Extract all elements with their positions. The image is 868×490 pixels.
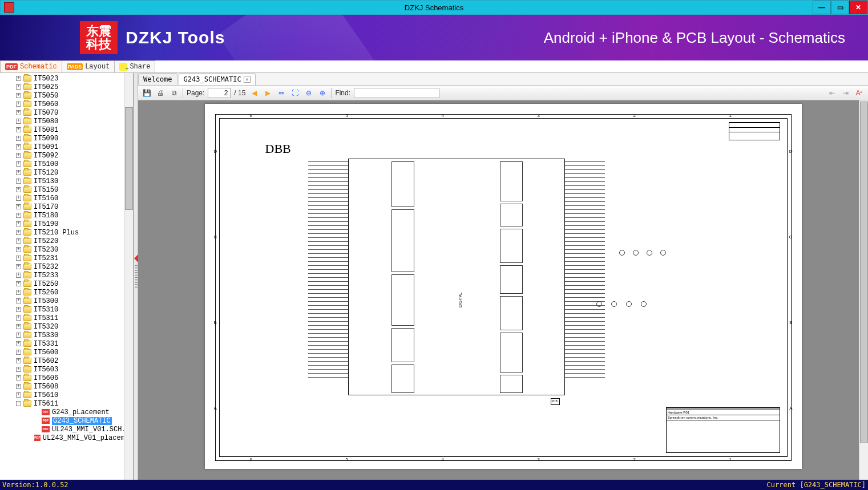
expand-icon[interactable]: + — [16, 333, 21, 338]
tree-folder[interactable]: +IT5160 — [0, 194, 133, 203]
tree-folder[interactable]: +IT5610 — [0, 391, 133, 399]
fit-page-icon[interactable]: ⛶ — [290, 88, 300, 98]
tree-folder[interactable]: +IT5231 — [0, 254, 133, 262]
expand-icon[interactable]: + — [16, 230, 21, 235]
tree-folder[interactable]: +IT5260 — [0, 288, 133, 297]
tree-folder[interactable]: +IT5170 — [0, 203, 133, 211]
expand-icon[interactable]: + — [16, 221, 21, 226]
find-next-icon[interactable]: ⇥ — [841, 88, 851, 98]
expand-icon[interactable]: + — [16, 350, 21, 355]
expand-icon[interactable]: + — [16, 84, 21, 90]
close-button[interactable]: ✕ — [849, 1, 867, 14]
close-tab-icon[interactable]: × — [244, 76, 251, 83]
tree-folder[interactable]: +IT5070 — [0, 108, 133, 117]
tree-folder[interactable]: +IT5092 — [0, 151, 133, 160]
splitter-handle[interactable] — [134, 73, 138, 480]
tree-folder[interactable]: +IT5023 — [0, 74, 133, 83]
tree-file[interactable]: PDFG243_pLacement — [0, 408, 133, 416]
doc-tab[interactable]: Welcome — [138, 73, 177, 85]
doc-tab[interactable]: G243_SCHEMATIC× — [179, 73, 256, 85]
mode-tab-share[interactable]: Share — [114, 60, 155, 72]
expand-icon[interactable]: + — [16, 273, 21, 278]
tree-folder[interactable]: +IT5250 — [0, 280, 133, 288]
minimize-button[interactable]: — — [813, 1, 831, 14]
expand-icon[interactable]: + — [16, 384, 21, 389]
expand-icon[interactable]: + — [16, 290, 21, 295]
tree-folder[interactable]: +IT5300 — [0, 297, 133, 305]
expand-icon[interactable]: + — [16, 93, 21, 98]
expand-icon[interactable]: + — [16, 110, 21, 115]
expand-icon[interactable]: + — [16, 281, 21, 286]
expand-icon[interactable]: + — [16, 367, 21, 372]
expand-icon[interactable]: + — [16, 76, 21, 81]
expand-icon[interactable]: + — [16, 238, 21, 244]
pdf-viewer[interactable]: 665544332211 DDCCBBAA DBB — [138, 100, 868, 480]
mode-tab-layout[interactable]: PADSLayout — [62, 60, 115, 72]
tree-folder[interactable]: +IT5230 — [0, 245, 133, 254]
expand-icon[interactable]: - — [16, 401, 21, 406]
tree-folder[interactable]: +IT5091 — [0, 143, 133, 151]
tree-folder[interactable]: +IT5220 — [0, 237, 133, 245]
expand-icon[interactable]: + — [16, 144, 21, 149]
expand-icon[interactable]: + — [16, 264, 21, 269]
tree-folder[interactable]: +IT5080 — [0, 117, 133, 125]
tree-folder[interactable]: +IT5050 — [0, 91, 133, 100]
highlight-icon[interactable]: Aᵃ — [854, 88, 865, 98]
tree-folder[interactable]: +IT5608 — [0, 382, 133, 391]
expand-icon[interactable]: + — [16, 119, 21, 124]
tree-folder[interactable]: +IT5090 — [0, 134, 133, 143]
expand-icon[interactable]: + — [16, 127, 21, 132]
print-icon[interactable]: 🖨 — [155, 88, 165, 98]
expand-icon[interactable]: + — [16, 315, 21, 321]
expand-icon[interactable]: + — [16, 247, 21, 252]
tree-folder[interactable]: +IT5331 — [0, 339, 133, 348]
fit-width-icon[interactable]: ⇔ — [276, 88, 286, 98]
expand-icon[interactable]: + — [16, 136, 21, 141]
tree-folder[interactable]: +IT5100 — [0, 160, 133, 168]
copy-icon[interactable]: ⧉ — [169, 88, 179, 98]
maximize-button[interactable]: ▭ — [831, 1, 849, 14]
tree-folder[interactable]: +IT5320 — [0, 322, 133, 331]
zoom-in-icon[interactable]: ⊕ — [317, 88, 328, 98]
expand-icon[interactable]: + — [16, 341, 21, 346]
expand-icon[interactable]: + — [16, 324, 21, 329]
save-icon[interactable]: 💾 — [142, 88, 152, 98]
tree-folder[interactable]: +IT5602 — [0, 357, 133, 365]
expand-icon[interactable]: + — [16, 307, 21, 312]
viewer-scrollbar[interactable] — [859, 100, 868, 480]
mode-tab-schematic[interactable]: PDFSchematic — [0, 60, 62, 72]
expand-icon[interactable]: + — [16, 256, 21, 261]
expand-icon[interactable]: + — [16, 179, 21, 184]
find-prev-icon[interactable]: ⇤ — [827, 88, 837, 98]
tree-file[interactable]: PDFUL243_MMI_V01.SCH.1 — [0, 425, 133, 434]
expand-icon[interactable]: + — [16, 196, 21, 201]
tree-file[interactable]: PDFG243_SCHEMATIC — [0, 416, 133, 425]
page-input[interactable] — [208, 88, 231, 98]
tree-folder[interactable]: +IT5210 Plus — [0, 228, 133, 237]
zoom-out-icon[interactable]: ⊖ — [304, 88, 314, 98]
tree-folder[interactable]: -IT5611 — [0, 399, 133, 408]
tree-folder[interactable]: +IT5311 — [0, 314, 133, 322]
tree-folder[interactable]: +IT5025 — [0, 83, 133, 91]
file-tree[interactable]: +IT5023+IT5025+IT5050+IT5060+IT5070+IT50… — [0, 73, 133, 480]
tree-folder[interactable]: +IT5310 — [0, 305, 133, 314]
expand-icon[interactable]: + — [16, 213, 21, 218]
expand-icon[interactable]: + — [16, 170, 21, 175]
expand-icon[interactable]: + — [16, 187, 21, 192]
tree-folder[interactable]: +IT5081 — [0, 125, 133, 134]
find-input[interactable] — [354, 88, 439, 98]
tree-folder[interactable]: +IT5130 — [0, 177, 133, 185]
tree-scrollbar[interactable] — [124, 73, 133, 480]
tree-folder[interactable]: +IT5180 — [0, 211, 133, 220]
tree-folder[interactable]: +IT5330 — [0, 331, 133, 339]
tree-folder[interactable]: +IT5603 — [0, 365, 133, 374]
expand-icon[interactable]: + — [16, 358, 21, 363]
tree-folder[interactable]: +IT5233 — [0, 271, 133, 280]
tree-folder[interactable]: +IT5232 — [0, 262, 133, 271]
tree-file[interactable]: PDFUL243_MMI_V01_placement — [0, 434, 133, 442]
expand-icon[interactable]: + — [16, 392, 21, 398]
tree-folder[interactable]: +IT5606 — [0, 374, 133, 382]
expand-icon[interactable]: + — [16, 102, 21, 107]
expand-icon[interactable]: + — [16, 161, 21, 167]
tree-folder[interactable]: +IT5190 — [0, 220, 133, 228]
